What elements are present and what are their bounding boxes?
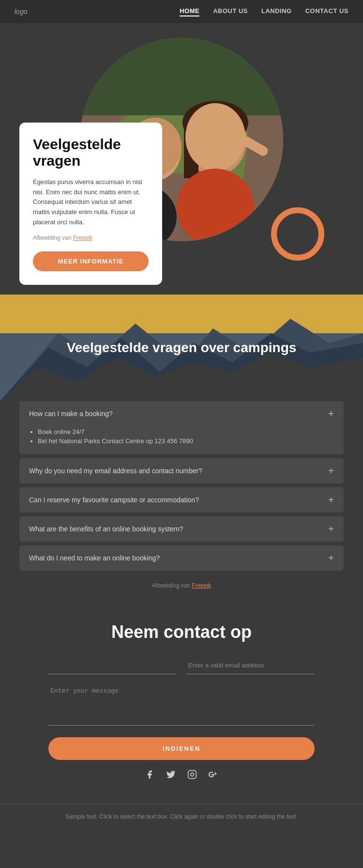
faq-answer-1-2: Bel het National Parks Contact Centre op… <box>38 437 334 445</box>
faq-toggle-2[interactable]: + <box>328 466 334 476</box>
twitter-icon[interactable] <box>166 770 176 782</box>
faq-section: How can I make a booking? + Boek online … <box>0 401 363 603</box>
contact-submit-button[interactable]: INDIENEN <box>48 737 315 760</box>
hero-body: Egestas purus viverra accumsan in nisl n… <box>33 177 149 228</box>
nav-about[interactable]: ABOUT US <box>213 7 248 16</box>
contact-row-1 <box>48 657 315 682</box>
faq-item-4: What are the benefits of an online booki… <box>19 516 344 542</box>
contact-email-input[interactable] <box>186 657 315 674</box>
faq-toggle-3[interactable]: + <box>328 495 334 505</box>
orange-deco-circle <box>271 207 324 261</box>
footer-text: Sample text. Click to select the text bo… <box>10 812 353 822</box>
social-bar <box>48 760 315 790</box>
nav-home[interactable]: HOME <box>180 7 199 16</box>
hero-freepik-link[interactable]: Freepik <box>73 234 92 241</box>
faq-question-3: Can I reserve my favourite campsite or a… <box>29 496 199 504</box>
meer-informatie-button[interactable]: MEER INFORMATIE <box>33 251 149 271</box>
footer: Sample text. Click to select the text bo… <box>0 804 363 831</box>
googleplus-icon[interactable] <box>209 770 218 782</box>
faq-answer-1-1: Boek online 24/7 <box>38 428 334 435</box>
faq-toggle-5[interactable]: + <box>328 553 334 563</box>
faq-item-3: Can I reserve my favourite campsite or a… <box>19 487 344 512</box>
mountain-title: Veelgestelde vragen over campings <box>57 321 306 375</box>
faq-item-2: Why do you need my email address and con… <box>19 458 344 483</box>
faq-toggle-1[interactable]: + <box>328 409 334 418</box>
faq-header-3[interactable]: Can I reserve my favourite campsite or a… <box>19 487 344 512</box>
contact-message-textarea[interactable] <box>48 682 315 726</box>
faq-toggle-4[interactable]: + <box>328 524 334 534</box>
faq-header-2[interactable]: Why do you need my email address and con… <box>19 458 344 483</box>
nav-links: HOME ABOUT US LANDING CONTACT US <box>180 7 348 16</box>
faq-question-2: Why do you need my email address and con… <box>29 467 202 475</box>
faq-body-1: Boek online 24/7 Bel het National Parks … <box>19 426 344 454</box>
instagram-icon[interactable] <box>187 770 197 782</box>
faq-item-5: What do I need to make an online booking… <box>19 545 344 571</box>
contact-section: Neem contact op INDIENEN <box>0 603 363 804</box>
svg-rect-3 <box>80 38 283 115</box>
faq-freepik-note: Afbeelding van Freepik <box>19 574 344 593</box>
faq-item-1: How can I make a booking? + Boek online … <box>19 401 344 454</box>
hero-card: Veelgestelde vragen Egestas purus viverr… <box>19 123 162 285</box>
faq-freepik-link[interactable]: Freepik <box>192 582 211 589</box>
contact-name-input[interactable] <box>48 657 177 674</box>
faq-header-4[interactable]: What are the benefits of an online booki… <box>19 516 344 542</box>
svg-rect-19 <box>188 771 197 779</box>
faq-header-5[interactable]: What do I need to make an online booking… <box>19 545 344 571</box>
mountain-section: Veelgestelde vragen over campings <box>0 294 363 401</box>
hero-title: Veelgestelde vragen <box>33 136 149 170</box>
navbar: logo HOME ABOUT US LANDING CONTACT US <box>0 0 363 23</box>
faq-question-5: What do I need to make an online booking… <box>29 554 160 562</box>
hero-section: Veelgestelde vragen Egestas purus viverr… <box>0 23 363 294</box>
faq-header-1[interactable]: How can I make a booking? + <box>19 401 344 426</box>
nav-landing[interactable]: LANDING <box>261 7 292 16</box>
contact-title: Neem contact op <box>48 622 315 642</box>
facebook-icon[interactable] <box>145 770 154 782</box>
nav-logo: logo <box>15 8 27 16</box>
contact-form: INDIENEN <box>48 657 315 760</box>
svg-point-9 <box>185 103 245 171</box>
hero-freepik-note: Afbeelding van Freepik <box>33 233 149 243</box>
nav-contact[interactable]: CONTACT US <box>305 7 348 16</box>
faq-question-1: How can I make a booking? <box>29 410 113 418</box>
faq-question-4: What are the benefits of an online booki… <box>29 525 183 533</box>
